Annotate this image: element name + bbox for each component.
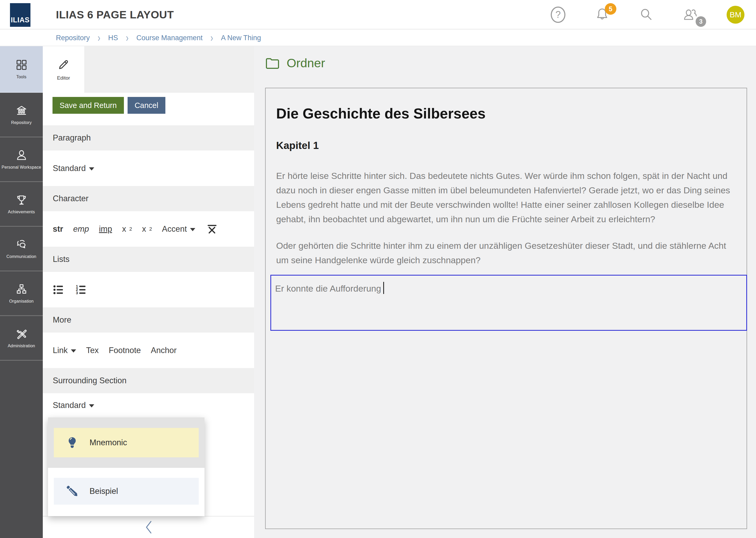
clear-format-button[interactable] [205,223,218,235]
document-title[interactable]: Die Geschichte des Silbersees [276,105,736,122]
section-paragraph-header: Paragraph [43,125,254,150]
active-paragraph-editor[interactable]: Er konnte die Aufforderung [270,275,747,331]
sidebar-item-tools[interactable]: Tools [0,46,43,93]
menu-item-label: Beispiel [89,487,118,496]
section-lists-body: 1 2 3 [43,272,254,307]
cancel-button[interactable]: Cancel [127,97,165,114]
sidebar-item-organisation[interactable]: Organisation [0,271,43,316]
accent-label: Accent [162,224,187,234]
style-dropdown-menu: Mnemonic Beispiel [48,417,205,516]
bullet-list-icon [53,284,65,296]
clear-format-icon [205,223,218,235]
grid-icon [16,59,27,71]
sub-base: x [142,224,146,234]
breadcrumb-item-hs[interactable]: HS [108,34,118,42]
header-icon-group: ? 5 3 BM [550,0,744,29]
style-option-wrapper: Mnemonic [48,417,205,468]
sidebar-item-label: Administration [7,344,35,348]
logo-text: ILIAS [11,16,30,27]
breadcrumb: Repository › HS › Course Management › A … [0,30,756,46]
emphasis-button[interactable]: emp [73,224,89,234]
tab-editor[interactable]: Editor [43,46,84,93]
object-header: Ordner [265,56,325,70]
search-button[interactable] [638,6,654,23]
editor-sections: Paragraph Standard Character str emp imp… [43,125,254,516]
help-icon: ? [551,7,565,23]
notifications-button[interactable]: 5 [594,6,610,23]
sidebar-item-label: Personal Workspace [1,165,42,170]
chat-icon [16,239,27,250]
breadcrumb-item-repository[interactable]: Repository [56,34,90,42]
sidebar-item-communication[interactable]: Communication [0,227,43,271]
text-cursor [383,282,384,294]
anchor-button[interactable]: Anchor [151,346,177,355]
sidebar-item-label: Organisation [9,299,34,304]
numbered-list-button[interactable]: 1 2 3 [75,284,88,296]
surrounding-style-value: Standard [53,401,86,410]
editor-actions: Save and Return Cancel [43,93,254,114]
link-dropdown[interactable]: Link [53,346,76,355]
lightbulb-icon [65,436,79,450]
members-button[interactable]: 3 [683,6,698,23]
folder-icon [265,57,280,69]
section-character-header: Character [43,186,254,211]
sidebar-item-repository[interactable]: Repository [0,93,43,137]
member-badge: 3 [696,16,706,27]
page-content-editor[interactable]: Die Geschichte des Silbersees Kapitel 1 … [265,88,747,529]
menu-item-label: Mnemonic [89,438,127,447]
collapse-panel-bar [43,516,254,538]
accent-dropdown[interactable]: Accent [162,224,195,234]
top-bar: ILIAS ILIAS 6 PAGE LAYOUT ? 5 3 [0,0,756,29]
orgchart-icon [16,283,27,295]
sup-exp: 2 [129,226,132,232]
menu-item-mnemonic[interactable]: Mnemonic [54,428,199,457]
section-lists-header: Lists [43,247,254,272]
avatar[interactable]: BM [727,6,744,24]
strong-button[interactable]: str [53,224,63,234]
section-more-header: More [43,307,254,333]
tex-button[interactable]: Tex [86,346,99,355]
section-paragraph-body: Standard [43,150,254,186]
sidebar-item-label: Achievements [7,210,35,214]
subscript-button[interactable]: x2 [142,224,152,234]
page-title: ILIAS 6 PAGE LAYOUT [56,0,174,29]
sidebar-item-administration[interactable]: Administration [0,316,43,361]
section-more-body: Link Tex Footnote Anchor [43,333,254,368]
pencil-icon [57,58,70,71]
sidebar-item-label: Tools [16,75,27,79]
chevron-down-icon [89,404,94,407]
surrounding-style-dropdown[interactable]: Standard [53,401,94,410]
menu-item-beispiel[interactable]: Beispiel [54,478,199,505]
sidebar-item-achievements[interactable]: Achievements [0,182,43,227]
breadcrumb-item-a-new-thing[interactable]: A New Thing [221,34,261,42]
save-and-return-button[interactable]: Save and Return [53,97,124,114]
search-icon [639,8,653,22]
chevron-left-icon[interactable] [144,520,153,535]
important-button[interactable]: imp [99,224,112,234]
bullet-list-button[interactable] [53,284,65,296]
document-paragraph[interactable]: Oder gehörten die Schritte hinter ihm zu… [276,239,736,267]
editor-tabstrip: Editor [43,46,254,93]
breadcrumb-item-course-management[interactable]: Course Management [136,34,203,42]
document-paragraph[interactable]: Er hörte leise Schritte hinter sich. Das… [276,169,736,227]
document-subtitle[interactable]: Kapitel 1 [276,140,736,151]
breadcrumb-separator: › [211,31,213,44]
object-title: Ordner [287,56,325,70]
main-content: Ordner Die Geschichte des Silbersees Kap… [254,46,756,538]
breadcrumb-separator: › [126,31,129,44]
paragraph-style-value: Standard [53,164,86,173]
trophy-icon [16,194,27,206]
sidebar-item-personal-workspace[interactable]: Personal Workspace [0,137,43,182]
paragraph-style-dropdown[interactable]: Standard [53,164,94,173]
svg-text:3: 3 [76,291,78,295]
link-label: Link [53,346,68,355]
ilias-logo[interactable]: ILIAS [10,3,30,27]
editor-panel: Editor Save and Return Cancel Paragraph … [43,46,254,538]
breadcrumb-separator: › [98,31,100,44]
help-button[interactable]: ? [550,6,566,23]
notification-badge: 5 [605,3,616,15]
style-option-wrapper: Beispiel [48,468,205,516]
footnote-button[interactable]: Footnote [109,346,141,355]
superscript-button[interactable]: x2 [122,224,132,234]
main-sidebar: Tools Repository Personal Workspace Achi… [0,46,43,538]
